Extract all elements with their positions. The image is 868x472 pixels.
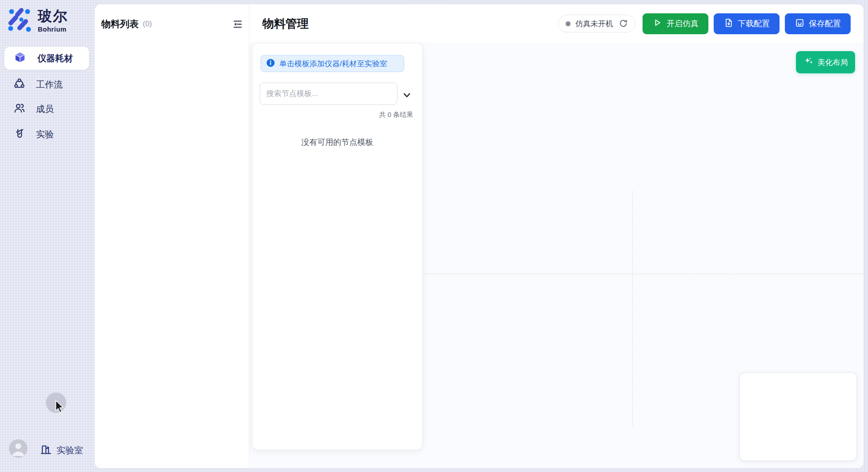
- material-list-panel: 物料列表 (0): [95, 4, 249, 468]
- button-label: 开启仿真: [667, 18, 699, 29]
- info-icon: [266, 59, 275, 69]
- palette-hint-banner: 单击模板添加仪器/耗材至实验室: [261, 55, 404, 72]
- building-icon: [40, 444, 52, 457]
- lab-switcher[interactable]: 实验室: [40, 444, 83, 457]
- material-list-title: 物料列表: [101, 18, 139, 30]
- sidebar-item-instruments[interactable]: 仪器耗材: [4, 47, 89, 70]
- save-icon: [795, 18, 804, 30]
- button-label: 保存配置: [809, 18, 841, 29]
- status-label: 仿真未开机: [575, 19, 613, 29]
- canvas-guide-vertical: [632, 191, 633, 427]
- start-simulation-button[interactable]: 开启仿真: [643, 13, 708, 34]
- brand-name-zh: 玻尔: [38, 8, 68, 24]
- palette-hint-text: 单击模板添加仪器/耗材至实验室: [279, 59, 387, 69]
- sidebar-item-label: 工作流: [36, 79, 63, 91]
- beautify-layout-button[interactable]: 美化布局: [796, 51, 855, 73]
- sidebar-item-experiment[interactable]: 实验: [4, 123, 89, 146]
- file-download-icon: [723, 18, 733, 30]
- simulation-status-pill: 仿真未开机: [558, 15, 635, 32]
- experiment-icon: [13, 128, 25, 141]
- canvas-guide-horizontal: [425, 274, 864, 274]
- sidebar-item-workflow[interactable]: 工作流: [4, 73, 89, 96]
- sparkles-icon: [804, 56, 814, 69]
- status-dot: [566, 21, 571, 26]
- cube-icon: [13, 51, 27, 66]
- brand-name-en: Bohrium: [38, 25, 68, 33]
- chevron-down-icon[interactable]: [401, 89, 413, 101]
- button-label: 下载配置: [738, 18, 770, 29]
- result-count: 共 0 条结果: [379, 111, 413, 119]
- bohrium-logo-icon: [8, 8, 32, 34]
- workflow-icon: [13, 78, 25, 92]
- empty-state-text: 没有可用的节点模板: [253, 137, 422, 148]
- beautify-label: 美化布局: [818, 57, 848, 68]
- mouse-cursor: [55, 400, 67, 416]
- material-list-header: 物料列表 (0): [101, 18, 242, 30]
- sidebar-item-label: 成员: [36, 103, 54, 115]
- material-list-count: (0): [143, 20, 152, 28]
- play-icon: [652, 18, 662, 30]
- members-icon: [13, 102, 25, 116]
- page-title: 物料管理: [262, 16, 309, 32]
- lab-label: 实验室: [56, 444, 83, 456]
- save-config-button[interactable]: 保存配置: [785, 13, 851, 34]
- main-header: 物料管理 仿真未开机 开启仿真: [250, 4, 864, 43]
- brand-logo: 玻尔 Bohrium: [8, 8, 68, 34]
- user-avatar[interactable]: [9, 439, 28, 458]
- search-input[interactable]: [260, 83, 398, 105]
- collapse-list-icon[interactable]: [233, 20, 242, 29]
- sidebar-item-members[interactable]: 成员: [4, 97, 89, 120]
- download-config-button[interactable]: 下载配置: [714, 13, 780, 34]
- node-template-palette: 单击模板添加仪器/耗材至实验室 共 0 条结果 没有可用的节点模板: [252, 43, 422, 450]
- sidebar-item-label: 仪器耗材: [37, 52, 73, 64]
- sidebar-item-label: 实验: [36, 128, 54, 140]
- canvas-minimap[interactable]: [739, 372, 857, 461]
- refresh-icon[interactable]: [619, 19, 628, 28]
